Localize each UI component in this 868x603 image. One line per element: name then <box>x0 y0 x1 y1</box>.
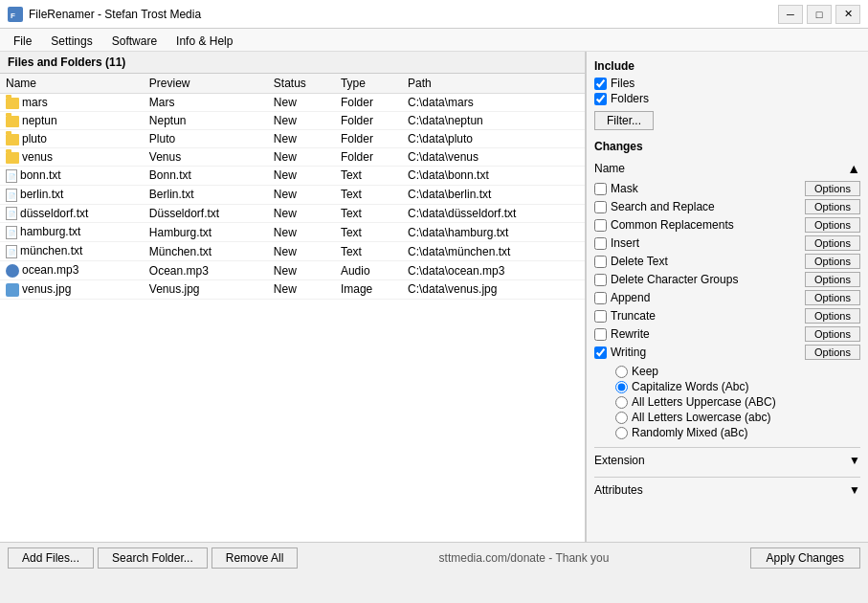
change-checkbox[interactable] <box>594 183 607 195</box>
close-button[interactable]: ✕ <box>835 5 860 24</box>
change-label: Delete Text <box>611 255 668 268</box>
cell-type: Folder <box>335 94 402 112</box>
writing-option-row: Capitalize Words (Abc) <box>615 380 860 393</box>
writing-option-row: All Letters Lowercase (abc) <box>615 411 860 424</box>
table-row[interactable]: mars Mars New Folder C:\data\mars <box>0 94 585 112</box>
table-row[interactable]: ocean.mp3 Ocean.mp3 New Audio C:\data\oc… <box>0 261 585 280</box>
right-panel: Include Files Folders Filter... Changes … <box>586 52 868 542</box>
options-button[interactable]: Options <box>805 308 860 324</box>
search-folder-button[interactable]: Search Folder... <box>98 547 208 569</box>
files-checkbox[interactable] <box>594 78 607 90</box>
options-button[interactable]: Options <box>805 326 860 342</box>
menu-file[interactable]: File <box>4 31 41 49</box>
attributes-section: Attributes ▼ <box>594 477 860 499</box>
options-button[interactable]: Options <box>805 272 860 287</box>
remove-all-button[interactable]: Remove All <box>211 547 299 569</box>
table-row[interactable]: venus.jpg Venus.jpg New Image C:\data\ve… <box>0 279 585 299</box>
writing-radio[interactable] <box>615 366 628 378</box>
cell-status: New <box>268 204 335 223</box>
minimize-button[interactable]: ─ <box>778 5 803 24</box>
writing-radio[interactable] <box>615 396 628 409</box>
change-row: Delete Character Groups Options <box>594 271 860 288</box>
table-row[interactable]: 📄bonn.txt Bonn.txt New Text C:\data\bonn… <box>0 167 585 186</box>
change-rows-container: Mask Options Search and Replace Options … <box>594 180 860 361</box>
title-bar-left: F FileRenamer - Stefan Trost Media <box>8 7 201 22</box>
cell-path: C:\data\neptun <box>402 112 585 130</box>
audio-file-icon <box>6 264 19 278</box>
change-left: Writing <box>594 346 646 359</box>
change-left: Delete Text <box>594 255 668 268</box>
change-checkbox[interactable] <box>594 237 607 250</box>
options-button[interactable]: Options <box>805 254 860 269</box>
filter-button[interactable]: Filter... <box>594 111 654 130</box>
change-checkbox[interactable] <box>594 256 607 268</box>
change-checkbox[interactable] <box>594 328 607 341</box>
change-checkbox[interactable] <box>594 292 607 304</box>
cell-path: C:\data\düsseldorf.txt <box>402 204 585 223</box>
writing-option-label: All Letters Uppercase (ABC) <box>632 395 776 409</box>
attributes-header[interactable]: Attributes ▼ <box>594 481 860 499</box>
files-panel-header: Files and Folders (11) <box>0 52 585 74</box>
cell-path: C:\data\bonn.txt <box>402 167 585 186</box>
extension-header[interactable]: Extension ▼ <box>594 452 860 469</box>
svg-text:F: F <box>11 11 15 20</box>
bottom-bar: Add Files... Search Folder... Remove All… <box>0 542 868 572</box>
options-button[interactable]: Options <box>805 345 860 360</box>
options-button[interactable]: Options <box>805 199 860 214</box>
change-checkbox[interactable] <box>594 274 607 286</box>
menu-bar: File Settings Software Info & Help <box>0 29 868 52</box>
change-checkbox[interactable] <box>594 219 607 232</box>
cell-type: Folder <box>335 130 402 148</box>
change-label: Rewrite <box>611 327 650 341</box>
text-file-icon: 📄 <box>6 169 17 183</box>
cell-path: C:\data\ocean.mp3 <box>402 261 585 280</box>
options-button[interactable]: Options <box>805 235 860 251</box>
cell-path: C:\data\venus.jpg <box>402 279 585 299</box>
table-row[interactable]: neptun Neptun New Folder C:\data\neptun <box>0 112 585 130</box>
change-row: Rewrite Options <box>594 325 860 343</box>
cell-status: New <box>268 112 335 130</box>
change-checkbox[interactable] <box>594 310 607 323</box>
table-row[interactable]: 📄hamburg.txt Hamburg.txt New Text C:\dat… <box>0 223 585 242</box>
table-row[interactable]: 📄düsseldorf.txt Düsseldorf.txt New Text … <box>0 204 585 223</box>
change-checkbox[interactable] <box>594 346 607 359</box>
maximize-button[interactable]: □ <box>807 5 832 24</box>
writing-radio[interactable] <box>615 381 628 393</box>
files-label: Files <box>611 77 634 90</box>
change-row: Truncate Options <box>594 307 860 324</box>
apply-changes-button[interactable]: Apply Changes <box>750 547 860 569</box>
files-count-label: Files and Folders (11) <box>8 56 125 69</box>
menu-software[interactable]: Software <box>102 31 167 49</box>
sort-arrow-icon[interactable]: ▲ <box>847 161 860 176</box>
table-row[interactable]: 📄berlin.txt Berlin.txt New Text C:\data\… <box>0 185 585 204</box>
changes-section: Changes Name ▲ Mask Options Search and R… <box>594 140 860 439</box>
change-checkbox[interactable] <box>594 201 607 213</box>
change-left: Common Replacements <box>594 218 734 232</box>
table-header-row: Name Preview Status Type Path <box>0 74 585 94</box>
menu-settings[interactable]: Settings <box>41 31 101 49</box>
options-button[interactable]: Options <box>805 290 860 305</box>
include-section: Include Files Folders Filter... <box>594 59 860 130</box>
menu-info-help[interactable]: Info & Help <box>167 31 242 49</box>
table-row[interactable]: pluto Pluto New Folder C:\data\pluto <box>0 130 585 148</box>
image-file-icon <box>6 283 19 297</box>
cell-type: Text <box>335 204 402 223</box>
writing-radio[interactable] <box>615 412 628 424</box>
table-row[interactable]: venus Venus New Folder C:\data\venus <box>0 148 585 167</box>
app-icon: F <box>8 7 23 22</box>
change-row: Delete Text Options <box>594 253 860 270</box>
cell-type: Folder <box>335 112 402 130</box>
writing-option-label: Randomly Mixed (aBc) <box>632 426 747 439</box>
writing-radio[interactable] <box>615 427 628 439</box>
options-button[interactable]: Options <box>805 181 860 196</box>
folders-checkbox[interactable] <box>594 93 607 105</box>
add-files-button[interactable]: Add Files... <box>8 547 94 569</box>
title-bar-controls: ─ □ ✕ <box>778 5 860 24</box>
cell-status: New <box>268 94 335 112</box>
file-table[interactable]: Name Preview Status Type Path mars Mars … <box>0 74 585 542</box>
cell-preview: München.txt <box>144 242 268 261</box>
table-row[interactable]: 📄münchen.txt München.txt New Text C:\dat… <box>0 242 585 261</box>
change-label: Mask <box>611 182 638 195</box>
options-button[interactable]: Options <box>805 217 860 233</box>
col-type: Type <box>335 74 402 94</box>
